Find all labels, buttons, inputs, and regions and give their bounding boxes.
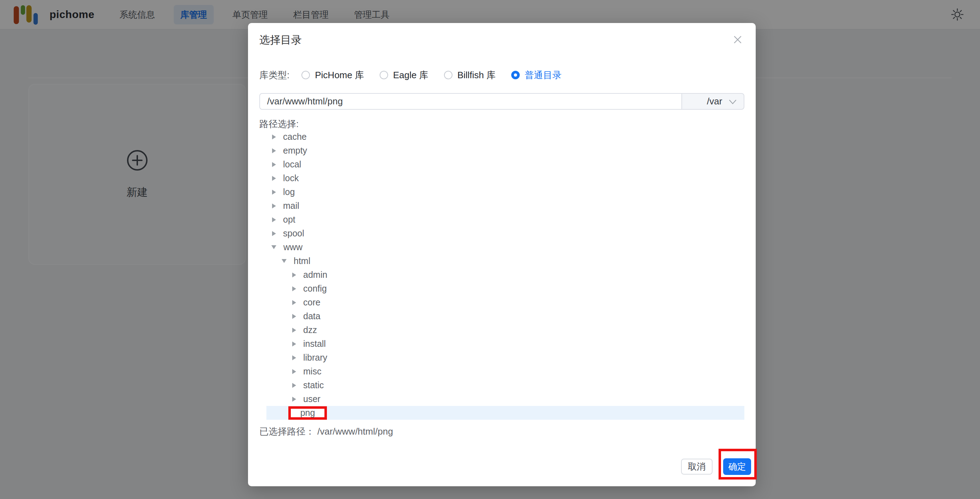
library-type-label: 库类型: (259, 69, 290, 81)
tree-node-config[interactable]: config (266, 282, 745, 295)
radio-label: 普通目录 (525, 69, 562, 81)
path-input[interactable] (259, 93, 681, 110)
library-type-radio-3[interactable]: 普通目录 (511, 69, 562, 81)
root-select[interactable]: /var (681, 93, 745, 110)
caret-right-icon[interactable] (272, 190, 276, 194)
tree-node-static[interactable]: static (266, 378, 745, 392)
tree-node-install[interactable]: install (266, 337, 745, 351)
radio-label: Billfish 库 (457, 69, 496, 81)
caret-right-icon[interactable] (272, 148, 276, 153)
tree-node-admin[interactable]: admin (266, 268, 745, 282)
tree-node-label: mail (283, 201, 299, 211)
caret-right-icon[interactable] (292, 286, 296, 291)
tree-node-label: cache (283, 132, 307, 142)
caret-right-icon[interactable] (272, 231, 276, 236)
caret-right-icon[interactable] (292, 300, 296, 305)
tree-node-mail[interactable]: mail (266, 199, 745, 213)
tree-node-label: log (283, 187, 295, 197)
library-type-radio-2[interactable]: Billfish 库 (444, 69, 496, 81)
tree-node-label: html (294, 256, 310, 266)
tree-node-lock[interactable]: lock (266, 171, 745, 185)
tree-node-label: opt (283, 214, 296, 225)
tree-node-png[interactable]: png (266, 406, 745, 420)
tree-node-user[interactable]: user (266, 392, 745, 406)
library-type-radio-group: PicHome 库Eagle 库Billfish 库普通目录 (301, 69, 577, 81)
tree-node-label: misc (303, 366, 321, 376)
radio-unchecked-icon (444, 71, 452, 79)
tree-node-label: local (283, 159, 301, 169)
tree-node-label: data (303, 311, 321, 321)
directory-tree: cacheemptylocallocklogmailoptspoolwwwhtm… (266, 130, 745, 420)
caret-right-icon[interactable] (292, 397, 296, 402)
tree-node-label: static (303, 380, 324, 391)
tree-node-label: www (283, 242, 302, 252)
caret-right-icon[interactable] (292, 383, 296, 388)
caret-right-icon[interactable] (272, 162, 276, 167)
tree-node-label: empty (283, 145, 307, 156)
tree-node-empty[interactable]: empty (266, 143, 745, 158)
caret-right-icon[interactable] (272, 204, 276, 209)
tree-node-label: admin (303, 269, 327, 280)
tree-node-label: dzz (303, 325, 317, 335)
caret-right-icon[interactable] (272, 176, 276, 181)
tree-node-label: config (303, 284, 327, 294)
tree-node-log[interactable]: log (266, 185, 745, 199)
library-type-radio-1[interactable]: Eagle 库 (380, 69, 428, 81)
tree-node-misc[interactable]: misc (266, 365, 745, 378)
confirm-button-wrap: 确定 (723, 458, 751, 475)
tree-node-dzz[interactable]: dzz (266, 323, 745, 337)
tree-node-label: core (303, 297, 321, 308)
radio-label: Eagle 库 (393, 69, 428, 81)
tree-node-label: library (303, 352, 327, 363)
tree-node-label: install (303, 339, 326, 349)
radio-checked-icon (511, 71, 520, 79)
annotation-box-selected-node: png (288, 406, 327, 420)
chevron-down-icon (729, 99, 737, 105)
caret-right-icon[interactable] (272, 217, 276, 222)
radio-label: PicHome 库 (315, 69, 364, 81)
close-icon[interactable] (732, 34, 743, 45)
caret-right-icon[interactable] (292, 369, 296, 374)
select-directory-dialog: 选择目录 库类型: PicHome 库Eagle 库Billfish 库普通目录… (248, 23, 756, 486)
tree-node-www[interactable]: www (266, 240, 745, 254)
library-type-radio-0[interactable]: PicHome 库 (301, 69, 364, 81)
caret-right-icon[interactable] (292, 328, 296, 333)
path-input-row: /var (259, 93, 745, 110)
caret-right-icon[interactable] (292, 273, 296, 277)
library-type-row: 库类型: PicHome 库Eagle 库Billfish 库普通目录 (259, 69, 745, 81)
dialog-title: 选择目录 (259, 33, 745, 47)
selected-path-value: /var/www/html/png (317, 426, 393, 437)
tree-node-label: spool (283, 228, 304, 239)
root-select-value: /var (707, 96, 722, 107)
tree-node-label: lock (283, 173, 299, 183)
radio-unchecked-icon (301, 71, 310, 79)
tree-node-html[interactable]: html (266, 254, 745, 268)
confirm-button[interactable]: 确定 (723, 458, 751, 475)
tree-node-label: png (301, 408, 315, 418)
selected-path-label: 已选择路径： (259, 426, 315, 437)
caret-right-icon[interactable] (292, 356, 296, 360)
tree-node-cache[interactable]: cache (266, 130, 745, 143)
tree-node-library[interactable]: library (266, 351, 745, 365)
tree-node-label: user (303, 394, 321, 404)
path-section-label: 路径选择: (259, 118, 745, 130)
caret-right-icon[interactable] (272, 134, 276, 139)
caret-right-icon[interactable] (292, 341, 296, 346)
cancel-button[interactable]: 取消 (681, 459, 713, 475)
tree-node-data[interactable]: data (266, 309, 745, 323)
selected-path-row: 已选择路径： /var/www/html/png (259, 426, 745, 437)
tree-node-opt[interactable]: opt (266, 213, 745, 226)
caret-right-icon[interactable] (292, 314, 296, 319)
tree-node-core[interactable]: core (266, 295, 745, 309)
radio-unchecked-icon (380, 71, 388, 79)
dialog-footer: 取消 确定 (259, 458, 745, 475)
caret-down-icon[interactable] (271, 245, 276, 249)
tree-node-spool[interactable]: spool (266, 226, 745, 240)
caret-down-icon[interactable] (282, 259, 286, 263)
tree-node-local[interactable]: local (266, 158, 745, 171)
